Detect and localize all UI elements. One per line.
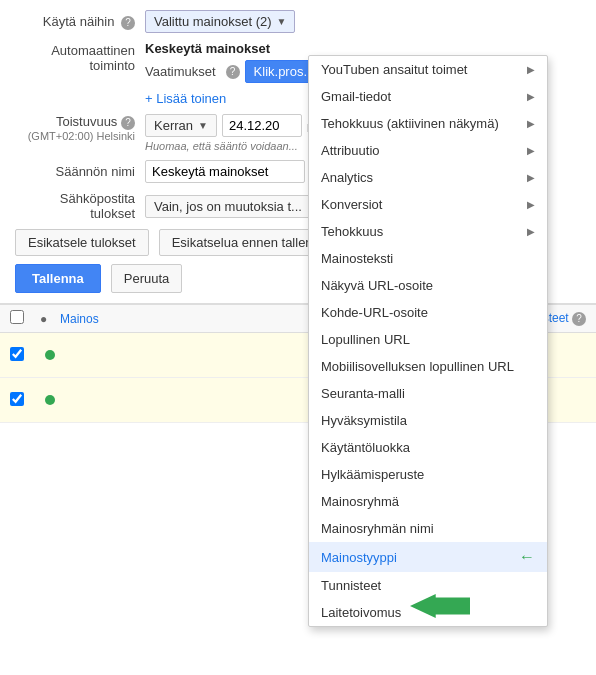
dropdown-item[interactable]: Konversiot [309,191,547,218]
dropdown-item[interactable]: Mainosryhmä [309,488,547,515]
sahko-dropdown[interactable]: Vain, jos on muutoksia t... ▼ [145,195,326,218]
kayto-row: Käytä näihin ? Valittu mainokset (2) ▼ [15,10,581,33]
row1-status-dot [45,350,55,360]
toistuvuus-sub-label: (GMT+02:00) Helsinki [15,130,135,142]
row2-dot-col [40,395,60,405]
tunnisteet-help-icon[interactable]: ? [572,312,586,326]
header-checkbox[interactable] [10,310,24,324]
dropdown-item[interactable]: Käytäntöluokka [309,434,547,461]
saanto-label: Säännön nimi [15,164,145,179]
toistuvuus-label-block: Toistuvuus ? (GMT+02:00) Helsinki [15,114,145,142]
header-dot: ● [40,312,47,326]
dropdown-item[interactable]: Hylkäämisperuste [309,461,547,488]
klikpros-label: Klik.pros. [254,64,307,79]
tallenna-button[interactable]: Tallenna [15,264,101,293]
dropdown-menu: YouTuben ansaitut toimetGmail-tiedotTeho… [308,55,548,627]
toistuvuus-label-text: Toistuvuus [56,114,117,129]
dropdown-item[interactable]: Tehokkuus (aktiivinen näkymä) [309,110,547,137]
kayto-label-text: Käytä näihin [43,14,115,29]
peruuta-button[interactable]: Peruuta [111,264,183,293]
kayto-button-label: Valittu mainokset (2) [154,14,272,29]
kerran-arrow-icon: ▼ [198,120,208,131]
kayto-label: Käytä näihin ? [15,14,145,30]
kayto-arrow-icon: ▼ [277,16,287,27]
vaatimukset-label: Vaatimukset [145,64,216,79]
row1-dot-col [40,350,60,360]
row1-checkbox[interactable] [10,347,24,361]
dropdown-item[interactable]: Mainostyyppi← [309,542,547,572]
toistuvuus-help-icon[interactable]: ? [121,116,135,130]
toistuvuus-main-label: Toistuvuus ? [15,114,135,130]
sahko-input-label: Vain, jos on muutoksia t... [154,199,302,214]
dropdown-item[interactable]: YouTuben ansaitut toimet [309,56,547,83]
dropdown-item[interactable]: Mobiilisovelluksen lopullinen URL [309,353,547,380]
keskeyta-title: Keskeytä mainokset [145,41,581,56]
row1-check-col [10,347,40,364]
vaatimukset-help-icon[interactable]: ? [226,65,240,79]
svg-marker-0 [410,594,470,618]
saanto-input[interactable] [145,160,305,183]
dropdown-item[interactable]: Seuranta-malli [309,380,547,407]
dropdown-item[interactable]: Analytics [309,164,547,191]
dropdown-item[interactable]: Gmail-tiedot [309,83,547,110]
kerran-button[interactable]: Kerran ▼ [145,114,217,137]
row2-status-dot [45,395,55,405]
row2-checkbox[interactable] [10,392,24,406]
sahko-label: Sähköpostita tulokset [15,191,145,221]
date-input[interactable] [222,114,302,137]
esikatsele-button[interactable]: Esikatsele tulokset [15,229,149,256]
green-arrow-annotation [410,594,470,618]
header-dot-col: ● [40,312,60,326]
dropdown-item[interactable]: Mainosryhmän nimi [309,515,547,542]
kayto-dropdown-button[interactable]: Valittu mainokset (2) ▼ [145,10,295,33]
dropdown-item[interactable]: Hyväksymistila [309,407,547,434]
dropdown-item[interactable]: Attribuutio [309,137,547,164]
dropdown-item[interactable]: Tehokkuus [309,218,547,245]
dropdown-item[interactable]: Näkyvä URL-osoite [309,272,547,299]
header-check-col [10,310,40,327]
dropdown-item[interactable]: Lopullinen URL [309,326,547,353]
automaattinen-label-text: Automaattinen toiminto [51,43,135,73]
dropdown-item[interactable]: Mainosteksti [309,245,547,272]
row2-check-col [10,392,40,409]
dropdown-item[interactable]: Kohde-URL-osoite [309,299,547,326]
automaattinen-label: Automaattinen toiminto [15,41,145,73]
green-arrow-icon: ← [519,548,535,566]
kerran-label: Kerran [154,118,193,133]
kayto-help-icon[interactable]: ? [121,16,135,30]
